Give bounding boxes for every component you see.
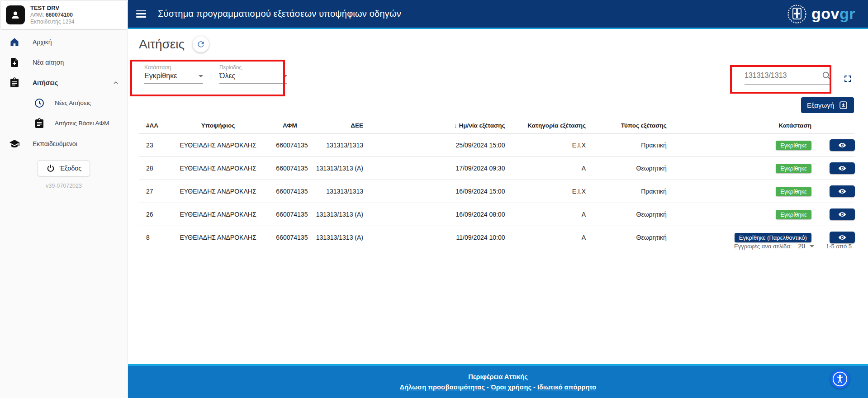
eye-icon [838,210,846,218]
avatar [6,5,25,24]
status-filter-select[interactable]: Κατάσταση Εγκρίθηκε [144,64,203,84]
cell-dee: 131313/1313 (Α) [304,226,370,249]
col-header-exam-category[interactable]: Κατηγορία εξέτασης [512,118,593,134]
cell-exam-date: 25/09/2024 15:00 [370,134,512,157]
export-label: Εξαγωγή [807,101,834,109]
dropdown-arrow-icon [283,75,287,77]
cell-dee: 131313/1313 (Α) [304,203,370,226]
view-button[interactable] [830,139,855,151]
profile-role: Εκπαιδευτής 1234 [30,19,75,25]
download-icon [839,100,848,110]
cell-exam-type: Θεωρητική [593,226,674,249]
cell-id: 28 [139,157,167,180]
cell-candidate: ΕΥΘΕΙΑΔΗΣ ΑΝΔΡΟΚΛΗΣ [167,226,269,249]
col-header-afm[interactable]: ΑΦΜ [269,118,304,134]
sort-desc-icon: ↓ [454,122,457,129]
view-button[interactable] [830,232,855,243]
profile-card: TEST DRV ΑΦΜ: 660074100 Εκπαιδευτής 1234 [0,0,128,30]
cell-exam-category: Α [512,157,593,180]
per-page-select[interactable]: 20 [798,242,814,250]
search-input[interactable] [745,71,812,80]
view-button[interactable] [830,185,855,197]
accessibility-icon [831,370,849,388]
sidebar-item-trainees[interactable]: Εκπαιδευόμενοι [0,133,128,154]
dropdown-arrow-icon [810,245,814,247]
cell-exam-date: 17/09/2024 09:30 [370,157,512,180]
cell-candidate: ΕΥΘΕΙΑΔΗΣ ΑΝΔΡΟΚΛΗΣ [167,157,269,180]
top-bar: Σύστημα προγραμματισμού εξετάσεων υποψήφ… [128,0,868,29]
applications-table: #ΑΑ Υποψήφιος ΑΦΜ ΔΕΕ ↓Ημ/νία εξέτασης Κ… [139,118,854,249]
cell-afm: 660074135 [269,180,304,203]
export-button[interactable]: Εξαγωγή [801,97,854,113]
cell-dee: 131313/1313 (Α) [304,157,370,180]
cell-exam-type: Πρακτική [593,180,674,203]
chevron-up-icon [112,79,119,86]
assignment-icon [34,118,45,129]
col-header-id: #ΑΑ [139,118,167,134]
col-header-dee[interactable]: ΔΕΕ [304,118,370,134]
assignment-icon [9,77,20,88]
cell-exam-type: Πρακτική [593,134,674,157]
refresh-icon [196,40,205,49]
status-badge: Εγκρίθηκε [776,164,811,173]
col-header-status[interactable]: Κατάσταση [674,118,822,134]
app-root: TEST DRV ΑΦΜ: 660074100 Εκπαιδευτής 1234… [0,0,868,398]
accessibility-statement-link[interactable]: Δήλωση προσβασιμότητας [400,384,485,391]
period-filter-select[interactable]: Περίοδος Όλες [219,64,287,84]
cell-exam-type: Θεωρητική [593,157,674,180]
sidebar: TEST DRV ΑΦΜ: 660074100 Εκπαιδευτής 1234… [0,0,128,398]
privacy-link[interactable]: Ιδιωτικό απόρρητο [537,384,596,391]
cell-exam-date: 11/09/2024 10:00 [370,226,512,249]
school-icon [9,138,20,149]
filters: Κατάσταση Εγκρίθηκε Περίοδος Όλες [144,64,287,84]
profile-afm-label: ΑΦΜ: [30,12,44,18]
table-row: 27 ΕΥΘΕΙΑΔΗΣ ΑΝΔΡΟΚΛΗΣ 660074135 131313/… [139,180,854,203]
cell-exam-date: 16/09/2024 08:00 [370,203,512,226]
sidebar-item-label: Νέα αίτηση [33,59,64,66]
accessibility-widget-button[interactable] [830,370,849,389]
search-icon[interactable] [821,71,831,81]
period-filter-label: Περίοδος [219,64,287,71]
power-icon [46,164,55,173]
col-header-candidate[interactable]: Υποψήφιος [167,118,269,134]
cell-dee: 131313/1313 [304,134,370,157]
sidebar-item-new-applications[interactable]: Νέες Αιτήσεις [0,93,128,113]
col-header-exam-type[interactable]: Τύπος εξέτασης [593,118,674,134]
logout-button[interactable]: Έξοδος [38,160,90,176]
profile-afm-value: 660074100 [46,12,73,18]
sidebar-item-applications-by-afm[interactable]: Αιτήσεις Βάσει ΑΦΜ [0,113,128,133]
status-badge: Εγκρίθηκε [776,210,811,219]
person-icon [10,9,21,20]
table-row: 23 ΕΥΘΕΙΑΔΗΣ ΑΝΔΡΟΚΛΗΣ 660074135 131313/… [139,134,854,157]
period-filter-value: Όλες [219,72,235,80]
cell-candidate: ΕΥΘΕΙΑΔΗΣ ΑΝΔΡΟΚΛΗΣ [167,203,269,226]
sidebar-item-applications[interactable]: Αιτήσεις [0,72,128,93]
status-filter-label: Κατάσταση [144,64,203,71]
view-button[interactable] [830,162,855,174]
pagination: Εγγραφές ανα σελίδα: 20 1-5 από 5 [734,242,852,250]
col-header-actions [822,118,854,134]
sidebar-item-label: Αιτήσεις Βάσει ΑΦΜ [55,120,109,127]
footer-region: Περιφέρεια Αττικής [468,373,527,380]
note-add-icon [9,57,20,68]
eye-icon [838,187,846,195]
page-title: Αιτήσεις [139,37,185,52]
sidebar-item-home[interactable]: Αρχική [0,32,128,52]
terms-of-use-link[interactable]: Όροι χρήσης [491,384,531,391]
refresh-button[interactable] [193,36,209,52]
view-button[interactable] [830,208,855,220]
pagination-range: 1-5 από 5 [826,243,852,250]
menu-icon[interactable] [136,10,146,18]
main-content: Αιτήσεις Κατάσταση Εγκρίθηκε Περίοδος Ό [128,29,868,364]
sidebar-item-label: Αρχική [33,38,52,46]
app-version: v39-07072023 [0,183,128,189]
table-header-row: #ΑΑ Υποψήφιος ΑΦΜ ΔΕΕ ↓Ημ/νία εξέτασης Κ… [139,118,854,134]
logo-gr-text: gr [840,5,855,22]
sidebar-item-new-application[interactable]: Νέα αίτηση [0,52,128,72]
fullscreen-button[interactable] [841,72,854,86]
cell-candidate: ΕΥΘΕΙΑΔΗΣ ΑΝΔΡΟΚΛΗΣ [167,180,269,203]
eye-icon [838,164,846,172]
cell-afm: 660074135 [269,134,304,157]
col-header-exam-date[interactable]: ↓Ημ/νία εξέτασης [370,118,512,134]
table-row: 28 ΕΥΘΕΙΑΔΗΣ ΑΝΔΡΟΚΛΗΣ 660074135 131313/… [139,157,854,180]
